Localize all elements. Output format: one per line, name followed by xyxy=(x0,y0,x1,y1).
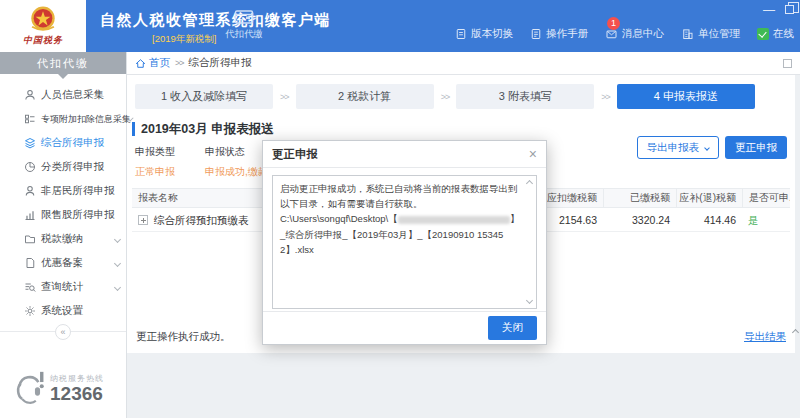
restore-button[interactable] xyxy=(785,5,794,14)
nav-label: 单位管理 xyxy=(698,27,740,41)
sidebar-header: 代扣代缴 xyxy=(0,52,126,74)
step-separator: >> xyxy=(441,92,450,102)
cell-tax-refund: 414.46 xyxy=(676,208,742,231)
file-icon xyxy=(24,257,36,269)
cell-declarable: 是 xyxy=(742,208,790,231)
message-badge: 1 xyxy=(607,17,620,30)
scrollbar-down-icon[interactable] xyxy=(526,297,533,304)
nav-label: 操作手册 xyxy=(546,27,588,41)
breadcrumb-separator: >> xyxy=(175,58,184,68)
checklist-icon xyxy=(24,113,36,125)
breadcrumb-home-label: 首页 xyxy=(149,56,170,70)
sidebar-item-query-statistics[interactable]: 查询统计 xyxy=(0,275,126,299)
sidebar-item-special-deduction[interactable]: 专项附加扣除信息采集 xyxy=(0,107,126,131)
breadcrumb: 首页 >> 综合所得申报 xyxy=(127,52,800,75)
home-icon xyxy=(135,58,146,69)
nav-label: 版本切换 xyxy=(471,27,513,41)
export-declaration-label: 导出申报表 xyxy=(647,141,700,155)
nav-label: 消息中心 xyxy=(622,27,664,41)
app-subtitle: [2019年新税制] xyxy=(152,33,216,46)
column-tax-due: 应扣缴税额 xyxy=(545,189,603,207)
window-controls: — xyxy=(763,5,794,14)
redacted-company-name xyxy=(398,216,510,224)
online-status[interactable]: 在线 xyxy=(757,27,794,41)
chevron-down-icon xyxy=(704,145,710,151)
expand-row-icon[interactable] xyxy=(138,215,148,225)
sidebar-item-label: 非居民所得申报 xyxy=(41,184,115,198)
dialog-message-box: 启动更正申报成功，系统已自动将当前的报表数据导出到以下目录，如有需要请自行获取。… xyxy=(272,175,537,309)
correct-declaration-button[interactable]: 更正申报 xyxy=(725,136,787,159)
hotline-number: 12366 xyxy=(50,384,104,404)
filter-value: 正常申报 xyxy=(135,165,175,179)
column-declarable: 是否可申... xyxy=(742,189,790,207)
manual-button[interactable]: 操作手册 xyxy=(530,27,588,41)
export-path: C:\Users\songqf\Desktop\【】_综合所得申报_【2019年… xyxy=(280,211,520,257)
cell-tax-due: 2154.63 xyxy=(545,208,603,231)
export-declaration-button[interactable]: 导出申报表 xyxy=(637,136,720,159)
sidebar: 代扣代缴 人员信息采集 专项附加扣除信息采集 综合所得申报 分类所得申报 非居民… xyxy=(0,52,127,418)
sidebar-item-label: 专项附加扣除信息采集 xyxy=(41,113,131,126)
dialog-close-button[interactable]: 关闭 xyxy=(488,316,537,340)
gear-icon xyxy=(24,305,36,317)
version-switch-button[interactable]: 版本切换 xyxy=(455,27,513,41)
step-tab-2[interactable]: 2 税款计算 xyxy=(296,84,434,109)
tax-bureau-logo: 中国税务 xyxy=(0,0,86,52)
step-tab-1[interactable]: 1 收入及减除填写 xyxy=(135,84,273,109)
unit-management-button[interactable]: 单位管理 xyxy=(681,27,740,41)
building-icon xyxy=(681,28,694,40)
document-icon xyxy=(455,28,467,40)
wallet-icon xyxy=(234,8,254,25)
app-header: 中国税务 自然人税收管理系统扣缴客户端 [2019年新税制] 代扣代缴 — 版本… xyxy=(0,0,800,52)
period-title: 2019年03月 申报表报送 xyxy=(132,122,795,136)
folder-icon xyxy=(24,233,36,245)
filter-label: 申报类型 xyxy=(135,145,175,159)
hotline-logo-icon xyxy=(12,366,46,410)
sidebar-item-nonresident-income[interactable]: 非居民所得申报 xyxy=(0,179,126,203)
layers-icon xyxy=(24,137,36,149)
sidebar-item-system-settings[interactable]: 系统设置 xyxy=(0,299,126,323)
sidebar-item-personnel-info[interactable]: 人员信息采集 xyxy=(0,83,126,107)
header-nav: 版本切换 操作手册 1 消息中心 单位管理 在线 xyxy=(455,27,794,41)
breadcrumb-home[interactable]: 首页 xyxy=(135,56,170,70)
dialog-header: 更正申报 × xyxy=(263,141,546,168)
app-title: 自然人税收管理系统扣缴客户端 xyxy=(100,11,331,30)
hotline-label: 纳税服务热线 xyxy=(50,373,104,384)
breadcrumb-current: 综合所得申报 xyxy=(189,56,252,70)
chevron-down-icon xyxy=(114,259,121,266)
scrollbar-up-icon[interactable] xyxy=(526,180,533,187)
dialog-close-icon[interactable]: × xyxy=(529,147,537,161)
filter-declare-type: 申报类型 正常申报 xyxy=(135,145,175,179)
sidebar-item-preferential-filing[interactable]: 优惠备案 xyxy=(0,251,126,275)
action-buttons: 导出申报表 更正申报 xyxy=(637,136,788,159)
sidebar-collapse-row: « xyxy=(0,331,126,347)
step-tabs: 1 收入及减除填写 >> 2 税款计算 >> 3 附表填写 >> 4 申报表报送 xyxy=(135,84,755,109)
sidebar-item-tax-payment[interactable]: 税款缴纳 xyxy=(0,227,126,251)
report-name: 综合所得预扣预缴表 xyxy=(154,208,249,232)
online-label: 在线 xyxy=(773,27,794,41)
sidebar-collapse-button[interactable]: « xyxy=(55,324,71,340)
sidebar-menu: 人员信息采集 专项附加扣除信息采集 综合所得申报 分类所得申报 非居民所得申报 … xyxy=(0,74,126,323)
chevron-down-icon xyxy=(114,235,121,242)
dialog-footer: 关闭 xyxy=(263,311,546,344)
dialog-title: 更正申报 xyxy=(272,147,318,162)
minimize-button[interactable]: — xyxy=(763,6,775,14)
export-result-link[interactable]: 导出结果 xyxy=(744,330,786,344)
sidebar-item-label: 系统设置 xyxy=(41,304,83,318)
bar-chart-icon xyxy=(24,209,36,221)
sidebar-item-label: 查询统计 xyxy=(41,280,83,294)
message-center-button[interactable]: 1 消息中心 xyxy=(605,27,664,41)
panel-toggle-icon[interactable] xyxy=(783,59,792,68)
step-tab-3[interactable]: 3 附表填写 xyxy=(456,84,594,109)
sidebar-item-label: 人员信息采集 xyxy=(41,88,104,102)
sidebar-item-restricted-shares[interactable]: 限售股所得申报 xyxy=(0,203,126,227)
withholding-mode[interactable]: 代扣代缴 xyxy=(220,8,268,41)
step-separator: >> xyxy=(601,92,610,102)
sidebar-item-comprehensive-income[interactable]: 综合所得申报 xyxy=(0,131,126,155)
online-check-icon xyxy=(757,28,769,40)
dialog-message: 启动更正申报成功，系统已自动将当前的报表数据导出到以下目录，如有需要请自行获取。 xyxy=(280,183,518,209)
status-text: 更正操作执行成功。 xyxy=(136,330,231,344)
correction-dialog: 更正申报 × 启动更正申报成功，系统已自动将当前的报表数据导出到以下目录，如有需… xyxy=(262,140,547,345)
sidebar-item-label: 优惠备案 xyxy=(41,256,83,270)
step-tab-4[interactable]: 4 申报表报送 xyxy=(617,84,755,109)
sidebar-item-classified-income[interactable]: 分类所得申报 xyxy=(0,155,126,179)
